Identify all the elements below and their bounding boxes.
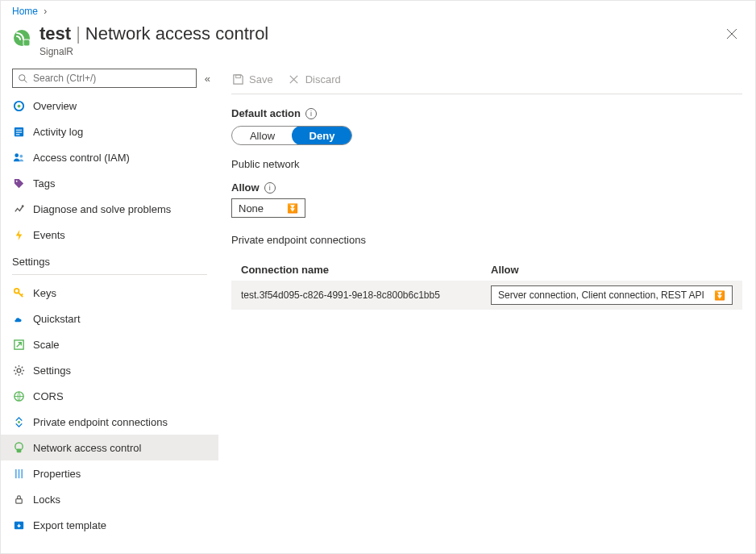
- breadcrumb-home[interactable]: Home: [12, 6, 38, 17]
- svg-point-16: [17, 369, 21, 373]
- svg-point-10: [15, 153, 19, 157]
- connection-name-cell: test.3f54d095-c826-4991-9e18-8c800b6c1bb…: [241, 289, 491, 301]
- svg-point-12: [15, 180, 17, 181]
- svg-rect-23: [21, 469, 23, 477]
- page-title: test|Network access control: [39, 23, 268, 44]
- svg-rect-21: [15, 469, 16, 477]
- public-allow-label: Allow i: [231, 181, 742, 194]
- sidebar-item-properties[interactable]: Properties: [1, 460, 218, 486]
- svg-rect-24: [15, 498, 22, 503]
- sidebar-item-network-access[interactable]: Network access control: [1, 435, 218, 460]
- svg-rect-20: [16, 448, 21, 452]
- sidebar-item-settings[interactable]: Settings: [1, 357, 218, 383]
- toggle-allow[interactable]: Allow: [232, 127, 293, 144]
- svg-rect-8: [15, 131, 22, 132]
- activity-log-icon: [12, 125, 25, 138]
- private-endpoint-heading: Private endpoint connections: [231, 234, 742, 246]
- tags-icon: [12, 177, 25, 190]
- events-icon: [12, 228, 25, 241]
- svg-rect-7: [15, 129, 22, 130]
- chevron-down-icon: ⏬: [714, 290, 725, 301]
- cors-icon: [12, 389, 25, 402]
- svg-point-13: [21, 205, 23, 207]
- overview-icon: [12, 99, 25, 112]
- row-allow-dropdown[interactable]: Server connection, Client connection, RE…: [491, 285, 733, 305]
- default-action-label: Default action i: [231, 107, 742, 119]
- info-icon[interactable]: i: [264, 182, 276, 194]
- sidebar-item-diagnose[interactable]: Diagnose and solve problems: [1, 196, 218, 222]
- sidebar-item-locks[interactable]: Locks: [1, 486, 218, 512]
- sidebar-item-keys[interactable]: Keys: [1, 280, 218, 306]
- gear-icon: [12, 364, 25, 377]
- private-endpoint-icon: [12, 415, 25, 428]
- properties-icon: [12, 467, 25, 480]
- svg-point-11: [19, 154, 23, 157]
- public-allow-dropdown[interactable]: None ⏬: [231, 198, 305, 218]
- sidebar: « Overview Activity log Access control (…: [1, 64, 218, 553]
- export-template-icon: [12, 519, 25, 531]
- sidebar-item-scale[interactable]: Scale: [1, 331, 218, 357]
- sidebar-item-export-template[interactable]: Export template: [1, 512, 218, 538]
- sidebar-item-cors[interactable]: CORS: [1, 383, 218, 409]
- svg-point-2: [19, 74, 25, 80]
- page-header: test|Network access control SignalR: [1, 20, 755, 64]
- default-action-toggle[interactable]: Allow Deny: [231, 126, 352, 145]
- col-allow: Allow: [491, 264, 733, 276]
- public-network-heading: Public network: [231, 158, 742, 170]
- svg-rect-1: [23, 40, 30, 46]
- col-connection-name: Connection name: [241, 264, 491, 276]
- save-icon: [231, 73, 244, 86]
- chevron-right-icon: ›: [44, 6, 47, 17]
- svg-rect-9: [15, 134, 19, 135]
- main-content: Save Discard Default action i Allow Deny…: [218, 64, 755, 553]
- svg-point-5: [17, 104, 20, 107]
- search-input-wrap[interactable]: [12, 69, 197, 88]
- discard-button[interactable]: Discard: [288, 73, 341, 86]
- breadcrumb: Home ›: [1, 1, 755, 20]
- command-bar: Save Discard: [231, 69, 742, 94]
- sidebar-item-access-control[interactable]: Access control (IAM): [1, 144, 218, 170]
- quickstart-icon: [12, 312, 25, 325]
- keys-icon: [12, 286, 25, 299]
- toggle-deny[interactable]: Deny: [292, 126, 352, 145]
- scale-icon: [12, 338, 25, 351]
- sidebar-section-settings: Settings: [1, 248, 218, 271]
- network-access-icon: [12, 441, 25, 454]
- sidebar-item-overview[interactable]: Overview: [1, 93, 218, 119]
- sidebar-item-events[interactable]: Events: [1, 222, 218, 248]
- locks-icon: [12, 493, 25, 506]
- divider: [12, 274, 207, 275]
- signalr-icon: [12, 28, 31, 48]
- sidebar-item-private-endpoint[interactable]: Private endpoint connections: [1, 409, 218, 435]
- svg-point-18: [18, 421, 20, 423]
- diagnose-icon: [12, 202, 25, 215]
- search-icon: [18, 73, 28, 84]
- discard-icon: [288, 73, 301, 86]
- table-header: Connection name Allow: [231, 256, 742, 281]
- collapse-sidebar-icon[interactable]: «: [205, 73, 210, 85]
- info-icon[interactable]: i: [305, 108, 317, 119]
- sidebar-item-quickstart[interactable]: Quickstart: [1, 306, 218, 331]
- close-icon[interactable]: [721, 23, 742, 47]
- search-input[interactable]: [31, 72, 191, 85]
- svg-rect-22: [18, 469, 19, 477]
- access-control-icon: [12, 151, 25, 164]
- sidebar-item-tags[interactable]: Tags: [1, 170, 218, 196]
- svg-line-3: [24, 80, 27, 82]
- sidebar-item-activity-log[interactable]: Activity log: [1, 119, 218, 144]
- resource-type-label: SignalR: [39, 46, 268, 57]
- table-row: test.3f54d095-c826-4991-9e18-8c800b6c1bb…: [231, 281, 742, 310]
- chevron-down-icon: ⏬: [287, 203, 298, 214]
- save-button[interactable]: Save: [231, 73, 273, 86]
